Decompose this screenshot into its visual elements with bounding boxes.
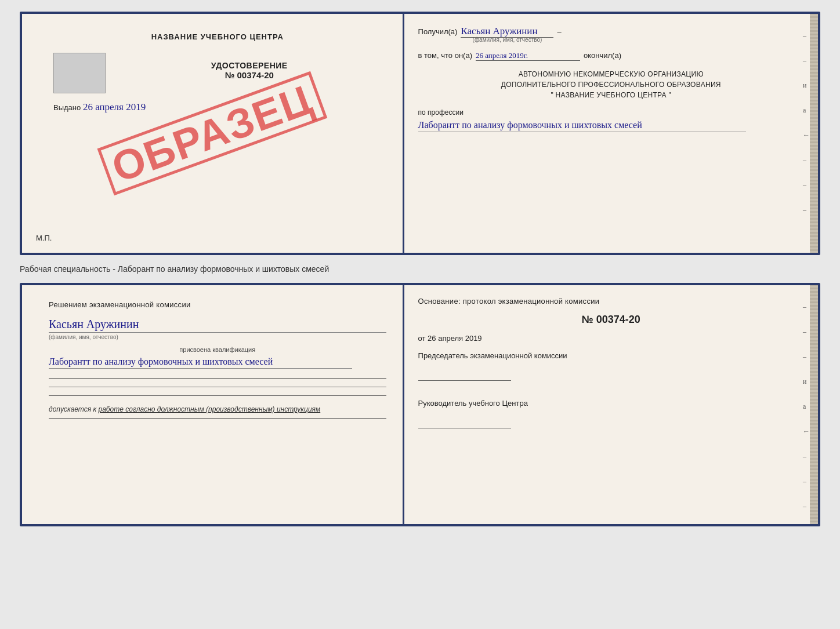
qual-name: Касьян Аружинин: [49, 318, 386, 333]
udostoverenie-label: УДОСТОВЕРЕНИЕ: [211, 61, 288, 70]
okonchil-label: окончил(а): [584, 51, 621, 60]
rukovoditel-signature-line: [418, 417, 511, 428]
cert-number: № 00374-20: [225, 70, 274, 80]
hr-line-4: [49, 418, 386, 419]
qual-number: № 00374-20: [418, 314, 804, 326]
poluchil-label: Получил(a): [418, 27, 458, 36]
profession-label: по профессии: [418, 108, 804, 117]
cert-poluchil-row: Получил(a) Касьян Аружинин (фамилия, имя…: [418, 26, 804, 43]
rukovoditel-label: Руководитель учебного Центра: [418, 398, 804, 409]
profession-text: Лаборантт по анализу формовочных и шихто…: [418, 119, 747, 132]
qual-profession: Лаборантт по анализу формовочных и шихто…: [49, 355, 352, 369]
osnovanie-label: Основание: протокол экзаменационной коми…: [418, 297, 804, 306]
chairman-label: Председатель экзаменационной комиссии: [418, 351, 804, 361]
cert-left-panel: НАЗВАНИЕ УЧЕБНОГО ЦЕНТРА УДОСТОВЕРЕНИЕ №…: [22, 14, 404, 253]
fio-label-top: (фамилия, имя, отчество): [473, 37, 542, 43]
cert-right-panel: Получил(a) Касьян Аружинин (фамилия, имя…: [404, 14, 818, 253]
org-line2: ДОПОЛНИТЕЛЬНОГО ПРОФЕССИОНАЛЬНОГО ОБРАЗО…: [418, 79, 804, 90]
assigned-label: присвоена квалификация: [49, 346, 386, 353]
qual-title: Решением экзаменационной комиссии: [49, 299, 386, 311]
spine-right-decoration: [810, 14, 818, 253]
cert-vydano: Выдано 26 апреля 2019: [53, 101, 146, 113]
cert-vtom-row: в том, что он(а) 26 апреля 2019г. окончи…: [418, 51, 804, 61]
chairman-signature-line: [418, 369, 511, 381]
cert-photo-placeholder: [53, 53, 106, 93]
qual-right-margin: – – – и а ← – – –: [803, 303, 810, 511]
допускается-block: допускается к работе согласно должностны…: [49, 405, 386, 413]
hr-line-3: [49, 395, 386, 396]
qual-fio-label: (фамилия, имя, отчество): [49, 334, 386, 340]
cert-center-title: НАЗВАНИЕ УЧЕБНОГО ЦЕНТРА: [151, 32, 284, 41]
org-line3: " НАЗВАНИЕ УЧЕБНОГО ЦЕНТРА ": [418, 90, 804, 100]
vydano-date: 26 апреля 2019: [83, 101, 146, 112]
cert-profession-block: по профессии Лаборантт по анализу формов…: [418, 108, 804, 132]
qual-spine-right: [810, 285, 818, 524]
hr-line-2: [49, 387, 386, 387]
vydano-label: Выдано: [53, 103, 81, 112]
hr-line-1: [49, 378, 386, 379]
separator-text: Рабочая специальность - Лаборант по анал…: [20, 262, 820, 276]
cert-mp: М.П.: [36, 234, 52, 242]
qual-right-panel: Основание: протокол экзаменационной коми…: [404, 285, 818, 524]
right-margin-decoration: – – и а ← – – –: [803, 31, 810, 214]
допускается-label: допускается к: [49, 405, 96, 413]
ot-label: от: [418, 334, 426, 343]
org-line1: АВТОНОМНУЮ НЕКОММЕРЧЕСКУЮ ОРГАНИЗАЦИЮ: [418, 69, 804, 79]
vtom-label: в том, что он(а): [418, 51, 472, 60]
poluchil-name: Касьян Аружинин: [461, 26, 553, 38]
certificate-book: НАЗВАНИЕ УЧЕБНОГО ЦЕНТРА УДОСТОВЕРЕНИЕ №…: [20, 12, 820, 255]
допускается-text: работе согласно должностным (производств…: [98, 405, 320, 413]
ot-date: 26 апреля 2019: [428, 334, 482, 343]
qual-left-panel: Решением экзаменационной комиссии Касьян…: [22, 285, 404, 524]
document-container: НАЗВАНИЕ УЧЕБНОГО ЦЕНТРА УДОСТОВЕРЕНИЕ №…: [20, 12, 820, 526]
cert-org-text: АВТОНОМНУЮ НЕКОММЕРЧЕСКУЮ ОРГАНИЗАЦИЮ ДО…: [418, 69, 804, 100]
vtom-date: 26 апреля 2019г.: [476, 51, 580, 61]
qualification-book: Решением экзаменационной комиссии Касьян…: [20, 283, 820, 526]
qual-date-row: от 26 апреля 2019: [418, 334, 804, 343]
